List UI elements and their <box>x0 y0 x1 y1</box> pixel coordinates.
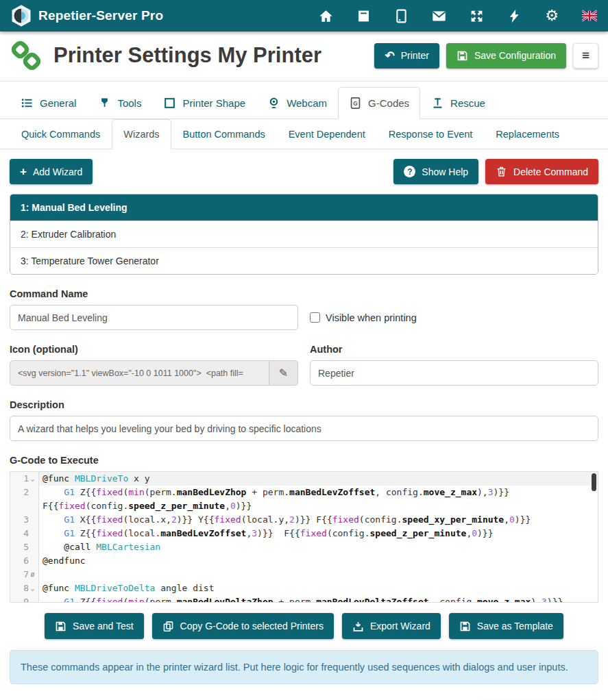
question-icon: ? <box>404 166 415 177</box>
pen-icon: ✎ <box>279 366 288 379</box>
copy-gcode-button[interactable]: Copy G-Code to selected Printers <box>152 613 334 639</box>
top-navbar: Repetier-Server Pro ⚙ <box>0 0 608 32</box>
footer: Save Configuration <box>0 684 608 700</box>
save-as-template-button[interactable]: Save as Template <box>449 613 563 639</box>
tab-webcam[interactable]: Webcam <box>256 87 338 119</box>
wizard-actions: Save and Test Copy G-Code to selected Pr… <box>0 603 608 643</box>
home-icon[interactable] <box>318 8 333 23</box>
save-icon <box>459 621 471 632</box>
navbar-icons: ⚙ <box>318 8 597 23</box>
svg-text:G: G <box>353 100 357 107</box>
gcode-file-icon: G <box>349 97 362 110</box>
icon-label: Icon (optional) <box>10 344 298 355</box>
gear-icon[interactable]: ⚙ <box>544 8 559 23</box>
tab-rescue[interactable]: Rescue <box>420 87 496 119</box>
save-configuration-button[interactable]: Save Configuration <box>446 43 566 68</box>
square-outline-icon <box>163 97 176 110</box>
webcam-icon <box>267 97 280 110</box>
rescue-icon <box>431 97 444 110</box>
download-icon <box>352 621 364 632</box>
wizard-list-item[interactable]: 3: Temperature Tower Generator <box>10 247 598 274</box>
export-wizard-button[interactable]: Export Wizard <box>342 613 441 639</box>
hamburger-icon: ≡ <box>582 48 589 63</box>
save-and-test-button[interactable]: Save and Test <box>45 613 143 639</box>
edit-icon-button[interactable]: ✎ <box>269 360 298 386</box>
printer-jobs-icon[interactable] <box>356 8 371 23</box>
delete-command-button[interactable]: Delete Command <box>485 159 598 184</box>
wizard-link-icon <box>10 39 42 72</box>
command-name-input[interactable] <box>10 305 298 330</box>
editor-scrollbar[interactable] <box>592 473 596 491</box>
subtab-response-to-event[interactable]: Response to Event <box>377 119 485 149</box>
code-line: 6@endfunc <box>10 554 598 568</box>
code-line: 7ø <box>10 568 598 582</box>
info-alert: These commands appear in the printer wiz… <box>10 650 598 684</box>
author-label: Author <box>310 344 598 355</box>
back-arrow-icon: ↶ <box>385 50 394 62</box>
code-line: 3 G1 X{{fixed(local.x,2)}} Y{{fixed(loca… <box>10 513 598 527</box>
save-icon <box>457 50 468 62</box>
tab-printer-shape[interactable]: Printer Shape <box>152 87 256 119</box>
show-help-button[interactable]: ? Show Help <box>393 159 478 184</box>
brand-name[interactable]: Repetier-Server Pro <box>38 8 163 23</box>
subtab-quick-commands[interactable]: Quick Commands <box>10 119 112 149</box>
save-icon <box>55 621 66 632</box>
page-title: Printer Settings My Printer <box>53 43 321 68</box>
list-icon <box>21 97 34 110</box>
visible-when-printing-label: Visible when printing <box>326 312 417 323</box>
gcode-editor[interactable]: 1⌄@func MBLDriveTo x y2 G1 Z{{fixed(min(… <box>10 471 598 603</box>
visible-when-printing-row: Visible when printing <box>310 305 598 330</box>
subtab-replacements[interactable]: Replacements <box>484 119 571 149</box>
icon-input-group: ✎ <box>10 360 298 386</box>
tab-g-codes[interactable]: G G-Codes <box>338 87 420 119</box>
mail-icon[interactable] <box>431 8 446 23</box>
tab-general[interactable]: General <box>10 87 87 119</box>
command-name-label: Command Name <box>10 288 298 299</box>
info-text: These commands appear in the printer wiz… <box>21 662 568 673</box>
settings-tabbar: General Tools Printer Shape Webcam G G-C… <box>0 87 608 119</box>
code-line: 4 G1 Z{{fixed(local.manBedLevZoffset,3)}… <box>10 527 598 540</box>
description-label: Description <box>10 399 598 410</box>
subtab-event-dependent[interactable]: Event Dependent <box>277 119 377 149</box>
repetier-logo-icon[interactable] <box>11 4 32 27</box>
subtab-button-commands[interactable]: Button Commands <box>171 119 277 149</box>
extruder-icon <box>98 97 111 110</box>
subtab-wizards[interactable]: Wizards <box>112 119 171 149</box>
wizard-list-item[interactable]: 2: Extruder Calibration <box>10 221 598 247</box>
menu-button[interactable]: ≡ <box>573 43 598 68</box>
back-to-printer-button[interactable]: ↶ Printer <box>374 43 439 68</box>
visible-when-printing-checkbox[interactable] <box>310 312 320 323</box>
wizard-list: 1: Manual Bed Leveling 2: Extruder Calib… <box>10 194 598 275</box>
tablet-icon[interactable] <box>393 8 409 23</box>
code-line: 1⌄@func MBLDriveTo x y <box>10 472 598 486</box>
gcode-label: G-Code to Execute <box>10 455 598 466</box>
header-buttons: ↶ Printer Save Configuration ≡ <box>374 43 598 68</box>
code-lines: 1⌄@func MBLDriveTo x y2 G1 Z{{fixed(min(… <box>10 472 598 603</box>
bolt-icon[interactable] <box>507 8 522 23</box>
author-input[interactable] <box>310 360 598 386</box>
gcodes-subtabbar: Quick Commands Wizards Button Commands E… <box>0 119 608 149</box>
copy-icon <box>162 621 174 632</box>
tab-tools[interactable]: Tools <box>87 87 152 119</box>
code-line: 2 G1 Z{{fixed(min(perm.manBedLevZhop + p… <box>10 486 598 513</box>
page-header: Printer Settings My Printer ↶ Printer Sa… <box>0 32 608 82</box>
wizard-form: Command Name . Visible when printing Ico… <box>0 275 608 603</box>
description-input[interactable] <box>10 416 598 441</box>
code-line: 9 G1 Z{{fixed(min(perm.manBedLevDeltaZho… <box>10 595 598 603</box>
wizard-toolbar: + Add Wizard ? Show Help Delete Command <box>0 149 608 192</box>
trash-icon <box>496 166 507 177</box>
icon-svg-input <box>10 360 269 386</box>
wizard-list-item[interactable]: 1: Manual Bed Leveling <box>10 195 598 221</box>
code-line: 8⌄@func MBLDriveToDelta angle dist <box>10 582 598 595</box>
language-flag-icon[interactable] <box>582 8 597 23</box>
plus-icon: + <box>20 166 27 177</box>
expand-arrows-icon[interactable] <box>469 8 484 23</box>
add-wizard-button[interactable]: + Add Wizard <box>10 159 93 184</box>
code-line: 5 @call MBLCartesian <box>10 540 598 554</box>
